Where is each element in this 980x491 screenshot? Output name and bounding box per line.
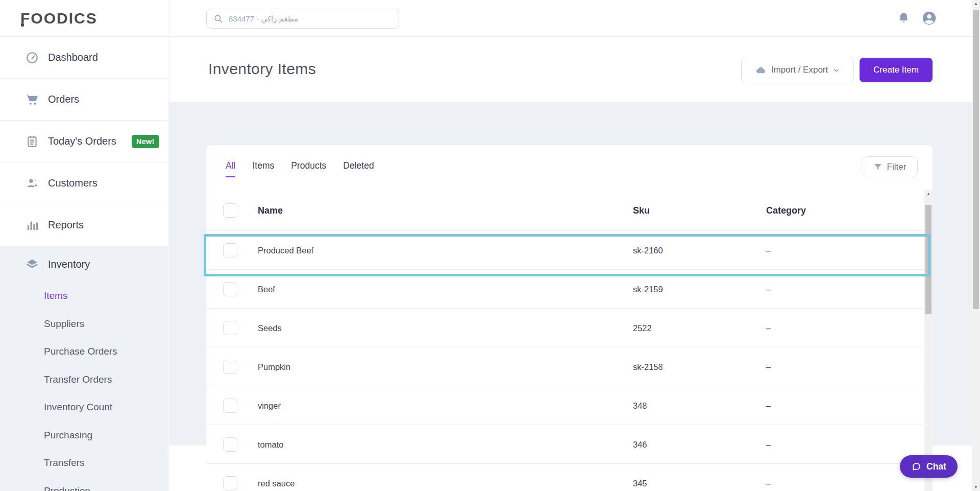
table-scrollbar[interactable]: ▲ — [924, 190, 933, 491]
sidebar-item-label: Inventory — [48, 259, 90, 270]
cart-icon — [26, 93, 39, 106]
users-icon — [26, 177, 39, 190]
chat-bubble-icon — [911, 461, 922, 472]
sidebar-item-label: Dashboard — [48, 52, 98, 63]
new-badge: New! — [132, 135, 159, 148]
cell-sku: 346 — [633, 439, 647, 449]
sidebar-item-customers[interactable]: Customers — [0, 162, 168, 204]
tab-all[interactable]: All — [226, 160, 235, 177]
cell-category: – — [766, 401, 771, 410]
tab-products[interactable]: Products — [291, 160, 326, 177]
sidebar-item-reports[interactable]: Reports — [0, 204, 168, 246]
clipboard-icon — [26, 135, 39, 148]
subitem-label: Production — [44, 485, 90, 491]
scroll-down-arrow-icon[interactable]: ▼ — [972, 485, 980, 489]
import-export-button[interactable]: Import / Export — [741, 58, 854, 82]
sidebar: Dashboard Orders Today's Orders New! — [0, 37, 168, 491]
logo-area: FOODICS — [0, 0, 168, 37]
cell-category: – — [766, 478, 771, 488]
search-icon — [213, 14, 223, 24]
cell-name: vinger — [258, 401, 281, 410]
scroll-up-arrow-icon[interactable]: ▲ — [972, 2, 980, 6]
row-checkbox[interactable] — [223, 243, 237, 258]
sidebar-item-label: Reports — [48, 219, 84, 231]
column-header-name: Name — [258, 205, 283, 216]
cloud-icon — [755, 65, 766, 76]
row-checkbox[interactable] — [223, 321, 237, 335]
cell-name: Beef — [258, 284, 275, 294]
sidebar-item-label: Orders — [48, 93, 79, 105]
table-row[interactable]: red sauce 345 – — [206, 464, 933, 491]
chat-button[interactable]: Chat — [900, 455, 958, 478]
cell-name: Seeds — [258, 323, 282, 333]
sidebar-subitem-transfer-orders[interactable]: Transfer Orders — [0, 366, 168, 394]
tab-bar: All Items Products Deleted — [226, 160, 374, 177]
subitem-label: Inventory Count — [44, 402, 112, 413]
table-row[interactable]: vinger 348 – — [206, 386, 933, 425]
sidebar-item-label: Customers — [48, 177, 97, 189]
top-bar: FOODICS 834477 - مطعم زاكي — [0, 0, 972, 37]
sidebar-subitem-transfers[interactable]: Transfers — [0, 449, 168, 477]
row-checkbox[interactable] — [223, 399, 237, 413]
cell-sku: 2522 — [633, 323, 652, 333]
row-checkbox[interactable] — [223, 282, 237, 296]
table-row[interactable]: Produced Beef sk-2160 – — [206, 231, 933, 270]
filter-button[interactable]: Filter — [862, 156, 918, 177]
cell-name: Produced Beef — [258, 245, 313, 255]
search-value: 834477 - مطعم زاكي — [229, 14, 298, 24]
sidebar-item-dashboard[interactable]: Dashboard — [0, 37, 168, 79]
cell-name: tomato — [258, 439, 283, 449]
funnel-icon — [873, 162, 883, 172]
table-row[interactable]: Beef sk-2159 – — [206, 270, 933, 309]
sidebar-inventory-section: Inventory Items Suppliers Purchase Order… — [0, 246, 168, 491]
import-export-label: Import / Export — [771, 65, 828, 75]
subitem-label: Purchasing — [44, 430, 92, 441]
sidebar-subitem-purchasing[interactable]: Purchasing — [0, 422, 168, 450]
row-checkbox[interactable] — [223, 437, 237, 452]
tab-items[interactable]: Items — [252, 160, 274, 177]
avatar-icon[interactable] — [918, 7, 940, 29]
sidebar-item-todays-orders[interactable]: Today's Orders New! — [0, 121, 168, 162]
subitem-label: Transfers — [44, 457, 85, 469]
layers-icon — [26, 258, 39, 271]
page-title: Inventory Items — [208, 60, 316, 78]
cell-category: – — [766, 362, 771, 371]
cell-sku: sk-2158 — [633, 362, 663, 371]
gauge-icon — [26, 51, 39, 64]
sidebar-item-orders[interactable]: Orders — [0, 79, 168, 121]
cell-sku: sk-2159 — [633, 284, 663, 294]
cell-sku: 345 — [633, 478, 647, 488]
sidebar-subitem-suppliers[interactable]: Suppliers — [0, 310, 168, 338]
cell-sku: 348 — [633, 401, 647, 410]
table-header-row: Name Sku Category — [206, 190, 933, 231]
cell-category: – — [766, 284, 771, 294]
cell-category: – — [766, 323, 771, 333]
subitem-label: Suppliers — [44, 318, 84, 330]
sidebar-subitem-inventory-count[interactable]: Inventory Count — [0, 393, 168, 422]
chat-label: Chat — [926, 461, 946, 472]
table-row[interactable]: tomato 346 – — [206, 425, 933, 464]
sidebar-subitem-purchase-orders[interactable]: Purchase Orders — [0, 338, 168, 366]
table-scrollbar-thumb[interactable] — [925, 205, 932, 314]
bell-icon[interactable] — [893, 8, 914, 28]
branch-search-input[interactable]: 834477 - مطعم زاكي — [206, 9, 399, 29]
sidebar-item-label: Today's Orders — [48, 135, 116, 147]
table-row[interactable]: Pumpkin sk-2158 – — [206, 347, 933, 386]
sidebar-item-inventory[interactable]: Inventory — [0, 246, 168, 282]
select-all-checkbox[interactable] — [223, 203, 237, 218]
cell-name: red sauce — [258, 478, 295, 488]
page-scrollbar-thumb[interactable] — [973, 10, 979, 309]
column-header-category: Category — [766, 205, 806, 216]
content-area: All Items Products Deleted Filter Name S… — [169, 102, 972, 491]
column-header-sku: Sku — [633, 205, 650, 216]
subitem-label: Transfer Orders — [44, 374, 112, 385]
scroll-up-arrow-icon[interactable]: ▲ — [924, 192, 933, 196]
create-item-button[interactable]: Create Item — [860, 58, 933, 82]
row-checkbox[interactable] — [223, 476, 237, 490]
page-scrollbar[interactable]: ▲ ▼ — [972, 0, 980, 491]
tab-deleted[interactable]: Deleted — [343, 160, 374, 177]
sidebar-subitem-items[interactable]: Items — [0, 282, 168, 310]
table-row[interactable]: Seeds 2522 – — [206, 309, 933, 347]
sidebar-subitem-production[interactable]: Production — [0, 477, 168, 491]
row-checkbox[interactable] — [223, 360, 237, 374]
